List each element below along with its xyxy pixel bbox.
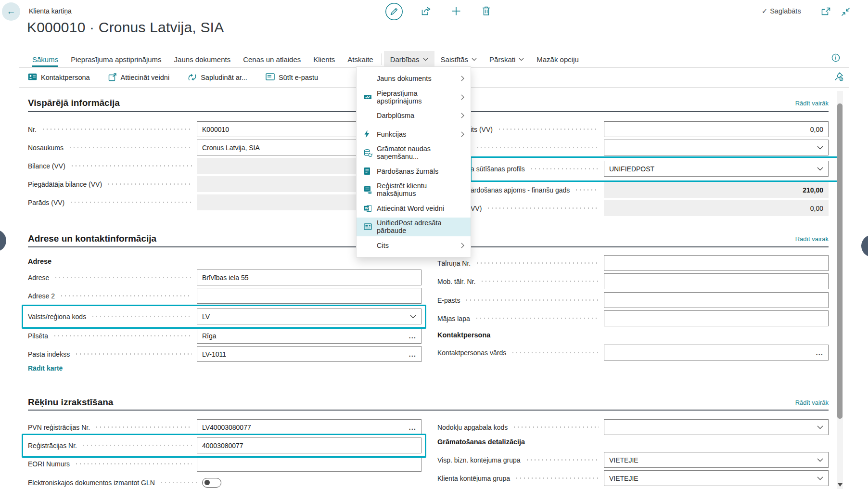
merge-with-button[interactable]: Sapludināt ar... — [188, 73, 247, 83]
subheading-address: Adrese — [28, 257, 51, 265]
edit-button[interactable] — [385, 2, 403, 23]
share-button[interactable] — [421, 6, 431, 18]
field-label: Adrese 2 — [28, 292, 55, 300]
menu-item-pieprasijuma-apstiprinajums[interactable]: Pieprasījuma apstiprinājums — [357, 88, 471, 107]
chevron-down-icon[interactable] — [410, 315, 416, 319]
collapse-button[interactable] — [841, 7, 850, 18]
chevron-down-icon[interactable] — [817, 146, 823, 150]
gen-bus-posting-group-dropdown[interactable]: VIETEJIE — [604, 452, 829, 468]
use-gln-toggle[interactable] — [202, 478, 221, 488]
assist-edit-icon[interactable]: ... — [408, 350, 416, 358]
city-input[interactable]: Rīga ... — [197, 328, 421, 344]
show-more-link-invoicing[interactable]: Rādīt vairāk — [795, 399, 829, 406]
field-row-klienta-kontejuma-grupa: Klienta kontējuma grupa VIETEJIE — [437, 470, 829, 486]
chevron-right-icon — [461, 94, 464, 100]
page-caption: Klienta kartiņa — [29, 7, 72, 15]
show-more-link-general[interactable]: Rādīt vairāk — [795, 100, 829, 107]
address-input[interactable]: Brīvības iela 55 — [197, 270, 421, 285]
dotted-leader — [82, 445, 192, 446]
tab-cenas-un-atlaides[interactable]: Cenas un atlaides — [237, 51, 307, 67]
menu-item-darbplusma[interactable]: Darbplūsma — [357, 106, 471, 125]
mobile-phone-input[interactable] — [604, 273, 829, 289]
save-status-label: Saglabāts — [770, 7, 801, 15]
vat-registration-input[interactable]: LV40003080077 ... — [197, 419, 421, 435]
menu-item-gramatot-naudas[interactable]: Grāmatot naudas saņemšanu... — [357, 143, 471, 162]
chevron-down-icon[interactable] — [817, 476, 823, 480]
show-on-map-link[interactable]: Rādīt kartē — [28, 364, 63, 372]
back-button[interactable]: ← — [2, 2, 20, 21]
customer-posting-group-dropdown[interactable]: VIETEJIE — [604, 470, 829, 486]
tab-mazak-opciju[interactable]: Mazāk opciju — [530, 51, 585, 67]
tab-jauns-dokuments[interactable]: Jauns dokuments — [168, 51, 237, 67]
field-label: EORI Numurs — [28, 460, 70, 468]
chevron-right-icon — [461, 243, 464, 248]
new-button[interactable] — [451, 6, 461, 18]
tax-area-code-dropdown[interactable] — [604, 419, 829, 435]
scrollbar-thumb[interactable] — [837, 103, 842, 419]
tab-klients[interactable]: Klients — [307, 51, 341, 67]
country-region-code-dropdown[interactable]: LV — [197, 309, 421, 324]
field-row-visp-bizn-grupa: Visp. bizn. kontējuma grupa VIETEJIE — [437, 452, 829, 468]
collapse-icon — [841, 10, 850, 18]
dotted-leader — [465, 299, 599, 301]
tab-atskaite[interactable]: Atskaite — [341, 51, 379, 67]
subheading-posting-details: Grāmatošanas detalizācija — [437, 438, 525, 446]
assist-edit-icon[interactable]: ... — [816, 348, 823, 357]
tab-pieprasijuma-apstiprinajums[interactable]: Pieprasījuma apstiprinājums — [64, 51, 167, 67]
plus-icon — [451, 10, 461, 18]
menu-item-unifiedpost-parbaude[interactable]: UnifiedPost adresāta pārbaude — [357, 218, 471, 236]
menu-item-jauns-dokuments[interactable]: Jauns dokuments — [357, 69, 471, 88]
contact-card-icon — [28, 73, 37, 82]
dotted-leader — [160, 482, 197, 483]
dotted-leader — [525, 459, 599, 461]
tab-parskati[interactable]: Pārskati — [483, 51, 530, 67]
address2-input[interactable] — [197, 288, 421, 304]
eori-number-input[interactable] — [197, 456, 421, 472]
email-input[interactable] — [604, 292, 829, 308]
assist-edit-icon[interactable]: ... — [408, 423, 416, 431]
show-more-link-address[interactable]: Rādīt vairāk — [795, 235, 829, 243]
info-button[interactable] — [831, 53, 840, 64]
menu-item-attiecinat-word[interactable]: W Attiecināt Word veidni — [357, 199, 471, 218]
send-email-button[interactable]: Sūtīt e-pastu — [266, 73, 318, 82]
menu-item-registret-maksajumus[interactable]: Reģistrēt klientu maksājumus — [357, 180, 471, 199]
tab-saistitas[interactable]: Saistītās — [434, 51, 484, 67]
apply-template-button[interactable]: Attiecināt veidni — [108, 73, 170, 83]
credit-limit-input[interactable]: 0,00 — [604, 121, 829, 137]
chevron-down-icon[interactable] — [817, 425, 823, 429]
sales-fiscal-year-field: 210,00 — [604, 182, 829, 198]
menu-item-pardosanas-zurnals[interactable]: Pārdošanas žurnāls — [357, 162, 471, 181]
registration-number-input[interactable]: 40003080077 — [197, 438, 421, 453]
cmd-label: Kontaktpersona — [41, 74, 90, 81]
delete-button[interactable] — [482, 6, 491, 18]
next-record-button[interactable] — [861, 235, 868, 257]
approval-request-icon — [364, 93, 373, 101]
menu-item-cits[interactable]: Cits — [357, 236, 471, 255]
tab-sakums[interactable]: Sākums — [26, 51, 64, 67]
share-icon — [421, 9, 431, 17]
document-sending-profile-dropdown[interactable]: UNIFIEDPOST — [604, 161, 829, 177]
field-row-adrese: Adrese Brīvības iela 55 — [28, 270, 421, 285]
empty-dropdown-field[interactable] — [604, 140, 829, 155]
field-row-amount-vv: VV) 0,00 — [437, 200, 829, 216]
chevron-down-icon[interactable] — [817, 458, 823, 462]
tab-darbibas[interactable]: Darbības — [384, 51, 434, 67]
open-in-window-button[interactable] — [821, 7, 830, 17]
dotted-leader — [480, 281, 599, 282]
cash-receipt-icon — [364, 149, 373, 157]
dotted-leader — [69, 202, 192, 203]
previous-record-button[interactable] — [0, 230, 6, 252]
dotted-leader — [475, 262, 599, 264]
chevron-down-icon[interactable] — [817, 167, 823, 171]
post-code-input[interactable]: LV-1011 ... — [197, 346, 421, 362]
contact-person-button[interactable]: Kontaktpersona — [28, 73, 90, 82]
section-rule — [28, 410, 829, 411]
menu-item-funkcijas[interactable]: Funkcijas — [357, 125, 471, 144]
home-page-input[interactable] — [604, 310, 829, 326]
contact-name-input[interactable]: ... — [604, 345, 829, 360]
unpin-button[interactable] — [834, 72, 843, 83]
scrollbar-down-arrow[interactable] — [838, 483, 842, 487]
assist-edit-icon[interactable]: ... — [408, 332, 416, 340]
dotted-leader — [91, 316, 192, 317]
phone-input[interactable] — [604, 255, 829, 271]
